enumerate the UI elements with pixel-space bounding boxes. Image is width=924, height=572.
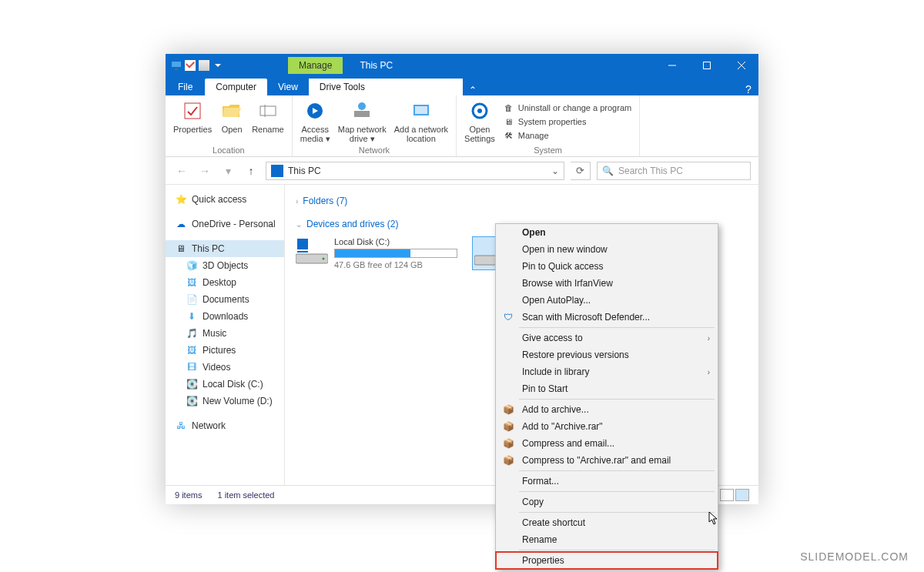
ribbon-access-media-label: Access media ▾ bbox=[300, 125, 330, 144]
chevron-down-icon: ⌄ bbox=[296, 220, 302, 229]
tab-computer[interactable]: Computer bbox=[205, 79, 267, 95]
archive-icon: 📦 bbox=[502, 420, 514, 433]
menu-copy[interactable]: Copy bbox=[496, 493, 718, 510]
drive-icon: 💽 bbox=[186, 395, 198, 407]
drive-c-free: 47.6 GB free of 124 GB bbox=[334, 260, 457, 269]
ribbon-properties[interactable]: Properties bbox=[173, 99, 212, 134]
chevron-right-icon: › bbox=[296, 197, 298, 206]
documents-icon: 📄 bbox=[186, 293, 198, 306]
menu-properties[interactable]: Properties bbox=[496, 552, 718, 569]
drive-local-c[interactable]: Local Disk (C:) 47.6 GB free of 124 GB bbox=[296, 237, 450, 269]
menu-open-autoplay[interactable]: Open AutoPlay... bbox=[496, 292, 718, 309]
sidebar-network[interactable]: 🖧Network bbox=[166, 417, 284, 434]
chevron-right-icon: › bbox=[708, 334, 710, 343]
svg-rect-4 bbox=[703, 62, 710, 69]
drive-c-usage-bar bbox=[334, 249, 457, 258]
qa-folder-icon[interactable] bbox=[199, 60, 209, 71]
view-details-button[interactable] bbox=[720, 489, 734, 501]
menu-browse-irfanview[interactable]: Browse with IrfanView bbox=[496, 275, 718, 292]
svg-rect-8 bbox=[260, 106, 276, 115]
downloads-icon: ⬇ bbox=[186, 310, 198, 323]
manage-icon: 🛠 bbox=[503, 129, 515, 142]
videos-icon: 🎞 bbox=[186, 361, 198, 373]
menu-open[interactable]: Open bbox=[496, 224, 718, 241]
network-icon: 🖧 bbox=[175, 420, 187, 432]
ribbon-open-label: Open bbox=[222, 125, 243, 134]
address-bar[interactable]: This PC ⌄ bbox=[266, 162, 564, 180]
menu-add-archive[interactable]: 📦Add to archive... bbox=[496, 401, 718, 418]
sidebar: ⭐Quick access ☁OneDrive - Personal 🖥This… bbox=[166, 185, 285, 485]
sidebar-3d-objects[interactable]: 🧊3D Objects bbox=[166, 257, 284, 274]
sidebar-documents[interactable]: 📄Documents bbox=[166, 291, 284, 308]
sidebar-pictures[interactable]: 🖼Pictures bbox=[166, 342, 284, 359]
qa-save-icon[interactable] bbox=[185, 60, 196, 71]
status-selected-count: 1 item selected bbox=[217, 490, 274, 500]
collapse-ribbon-button[interactable]: ⌃ bbox=[463, 85, 483, 95]
3d-icon: 🧊 bbox=[186, 259, 198, 272]
sidebar-onedrive[interactable]: ☁OneDrive - Personal bbox=[166, 216, 284, 232]
watermark: SLIDEMODEL.COM bbox=[800, 550, 909, 563]
menu-compress-rar-email[interactable]: 📦Compress to "Archive.rar" and email bbox=[496, 452, 718, 469]
sidebar-music[interactable]: 🎵Music bbox=[166, 325, 284, 342]
section-folders[interactable]: ›Folders (7) bbox=[296, 192, 748, 209]
status-item-count: 9 items bbox=[175, 490, 202, 500]
sidebar-quick-access[interactable]: ⭐Quick access bbox=[166, 191, 284, 208]
tab-drive-tools[interactable]: Drive Tools bbox=[309, 79, 463, 95]
qa-dropdown-icon[interactable] bbox=[213, 60, 223, 71]
archive-icon: 📦 bbox=[502, 403, 514, 416]
svg-rect-19 bbox=[297, 251, 308, 253]
context-menu: Open Open in new window Pin to Quick acc… bbox=[495, 223, 718, 570]
sidebar-this-pc[interactable]: 🖥This PC bbox=[166, 240, 284, 257]
tab-view[interactable]: View bbox=[267, 79, 309, 95]
ribbon-open[interactable]: Open bbox=[219, 99, 244, 134]
menu-format[interactable]: Format... bbox=[496, 473, 718, 490]
back-button[interactable]: ← bbox=[173, 165, 190, 177]
ribbon-map-drive[interactable]: Map network drive ▾ bbox=[338, 99, 387, 144]
close-button[interactable] bbox=[724, 54, 758, 77]
ribbon-add-location[interactable]: Add a network location bbox=[394, 99, 448, 143]
ribbon-uninstall[interactable]: 🗑Uninstall or change a program bbox=[503, 102, 631, 114]
ribbon-map-drive-label: Map network drive ▾ bbox=[338, 125, 387, 144]
sidebar-local-disk[interactable]: 💽Local Disk (C:) bbox=[166, 376, 284, 393]
tab-file[interactable]: File bbox=[166, 79, 205, 95]
menu-create-shortcut[interactable]: Create shortcut bbox=[496, 514, 718, 531]
menu-include-library[interactable]: Include in library› bbox=[496, 363, 718, 380]
menu-add-archive-rar[interactable]: 📦Add to "Archive.rar" bbox=[496, 418, 718, 435]
shield-icon: 🛡 bbox=[502, 311, 514, 323]
ribbon-open-settings[interactable]: Open Settings bbox=[464, 99, 495, 143]
menu-compress-email[interactable]: 📦Compress and email... bbox=[496, 435, 718, 452]
ribbon-manage[interactable]: 🛠Manage bbox=[503, 129, 631, 142]
refresh-button[interactable]: ⟳ bbox=[571, 162, 591, 180]
chevron-down-icon[interactable]: ⌄ bbox=[551, 166, 559, 176]
sidebar-new-volume[interactable]: 💽New Volume (D:) bbox=[166, 393, 284, 410]
svg-point-13 bbox=[358, 102, 366, 110]
up-button[interactable]: ↑ bbox=[243, 165, 259, 177]
ribbon-group-network: Access media ▾ Map network drive ▾ Add a… bbox=[293, 95, 457, 156]
sidebar-videos[interactable]: 🎞Videos bbox=[166, 359, 284, 376]
search-input[interactable]: 🔍 Search This PC bbox=[597, 162, 751, 180]
ribbon-system-properties[interactable]: 🖥System properties bbox=[503, 115, 631, 128]
sysprops-icon: 🖥 bbox=[503, 115, 515, 128]
menu-restore-versions[interactable]: Restore previous versions bbox=[496, 346, 718, 363]
help-button[interactable]: ? bbox=[738, 83, 758, 95]
ribbon-access-media[interactable]: Access media ▾ bbox=[300, 99, 330, 144]
properties-icon bbox=[180, 99, 205, 123]
menu-rename[interactable]: Rename bbox=[496, 531, 718, 548]
view-icons-button[interactable] bbox=[735, 489, 749, 501]
thispc-icon bbox=[271, 165, 283, 177]
menu-open-new-window[interactable]: Open in new window bbox=[496, 241, 718, 258]
history-button[interactable]: ▾ bbox=[219, 165, 236, 177]
ribbon-group-location: Properties Open Rename Location bbox=[166, 95, 293, 156]
ribbon-rename[interactable]: Rename bbox=[252, 99, 284, 134]
forward-button[interactable]: → bbox=[196, 165, 213, 177]
ribbon-context-tab[interactable]: Manage bbox=[288, 57, 343, 74]
minimize-button[interactable] bbox=[654, 54, 689, 77]
sidebar-downloads[interactable]: ⬇Downloads bbox=[166, 308, 284, 325]
menu-scan-defender[interactable]: 🛡Scan with Microsoft Defender... bbox=[496, 309, 718, 326]
menu-pin-start[interactable]: Pin to Start bbox=[496, 380, 718, 397]
menu-give-access[interactable]: Give access to› bbox=[496, 329, 718, 346]
maximize-button[interactable] bbox=[689, 54, 724, 77]
archive-icon: 📦 bbox=[502, 437, 514, 450]
menu-pin-quick-access[interactable]: Pin to Quick access bbox=[496, 258, 718, 275]
sidebar-desktop[interactable]: 🖼Desktop bbox=[166, 274, 284, 291]
